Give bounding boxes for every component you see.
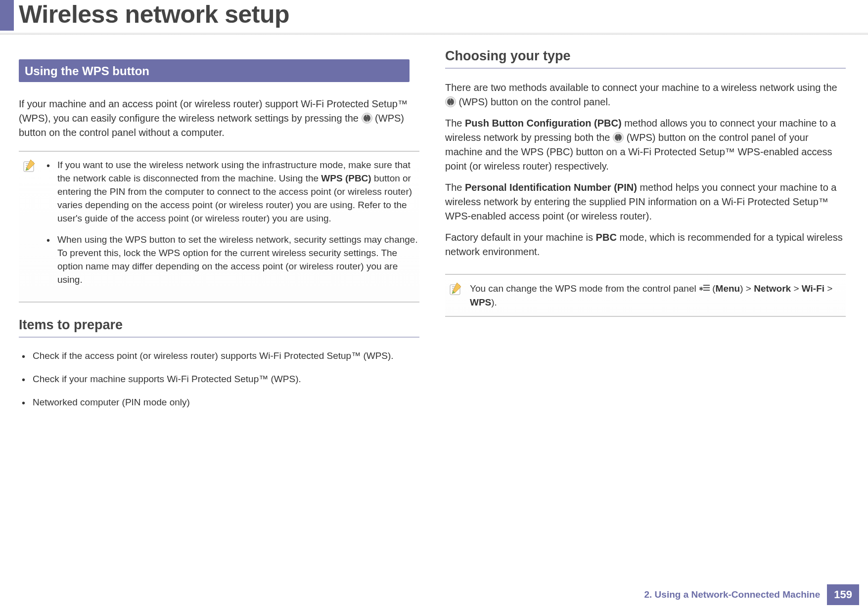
default-mode-paragraph: Factory default in your machine is PBC m… — [445, 230, 846, 259]
prepare-item-3: Networked computer (PIN mode only) — [33, 396, 419, 409]
default-a: Factory default in your machine is — [445, 232, 596, 243]
note-wps-bold: WPS — [470, 297, 491, 307]
header-accent-tab — [0, 0, 14, 31]
choose-intro-paragraph: There are two methods available to conne… — [445, 81, 846, 109]
note-bullet-list: If you want to use the wireless network … — [44, 159, 419, 287]
wps-icon — [362, 113, 372, 124]
note-right-a: You can change the WPS mode from the con… — [470, 283, 699, 294]
note1-bold: WPS (PBC) — [321, 173, 371, 183]
page-title: Wireless network setup — [19, 0, 289, 29]
default-bold: PBC — [596, 232, 617, 243]
note-net-bold: Network — [754, 283, 791, 294]
menu-icon — [699, 284, 710, 293]
header-divider — [0, 33, 868, 35]
wps-icon — [613, 132, 624, 143]
intro-text-a: If your machine and an access point (or … — [19, 98, 408, 124]
section-heading-wps-button: Using the WPS button — [19, 59, 410, 82]
note-right-text: You can change the WPS mode from the con… — [470, 282, 846, 309]
subheading-items-to-prepare: Items to prepare — [19, 317, 419, 338]
footer-chapter-label: 2. Using a Network-Connected Machine — [644, 589, 827, 600]
prepare-list: Check if the access point (or wireless r… — [19, 350, 419, 409]
prepare-item-1: Check if the access point (or wireless r… — [33, 350, 419, 363]
note-pencil-icon — [448, 282, 463, 297]
page-header: Wireless network setup — [0, 0, 868, 31]
pin-a: The — [445, 182, 465, 193]
note-wifi-bold: Wi-Fi — [802, 283, 824, 294]
note-menu-bold: Menu — [716, 283, 740, 294]
footer-page-number: 159 — [827, 584, 859, 605]
note-bullet-1: If you want to use the wireless network … — [57, 159, 419, 225]
note-bullet-2: When using the WPS button to set the wir… — [57, 233, 419, 287]
subheading-choosing-type: Choosing your type — [445, 48, 846, 69]
choose-intro-b: (WPS) button on the control panel. — [459, 96, 611, 107]
note-end: ). — [491, 297, 497, 307]
intro-paragraph: If your machine and an access point (or … — [19, 97, 419, 140]
pbc-paragraph: The Push Button Configuration (PBC) meth… — [445, 116, 846, 174]
pbc-bold: Push Button Configuration (PBC) — [465, 118, 622, 129]
sep2: > — [791, 283, 802, 294]
pin-paragraph: The Personal Identification Number (PIN)… — [445, 180, 846, 223]
choose-intro-a: There are two methods available to conne… — [445, 82, 837, 93]
right-column: Choosing your type There are two methods… — [445, 48, 846, 332]
left-column: Using the WPS button If your machine and… — [19, 59, 419, 419]
wps-icon — [445, 96, 456, 107]
note-pencil-icon — [22, 159, 37, 174]
page-footer: 2. Using a Network-Connected Machine 159 — [644, 584, 859, 605]
pin-bold: Personal Identification Number (PIN) — [465, 182, 637, 193]
note-box-right: You can change the WPS mode from the con… — [445, 274, 846, 317]
sep1: > — [743, 283, 754, 294]
pbc-a: The — [445, 118, 465, 129]
prepare-item-2: Check if your machine supports Wi-Fi Pro… — [33, 373, 419, 386]
sep3: > — [824, 283, 832, 294]
note-box-left: If you want to use the wireless network … — [19, 151, 419, 303]
